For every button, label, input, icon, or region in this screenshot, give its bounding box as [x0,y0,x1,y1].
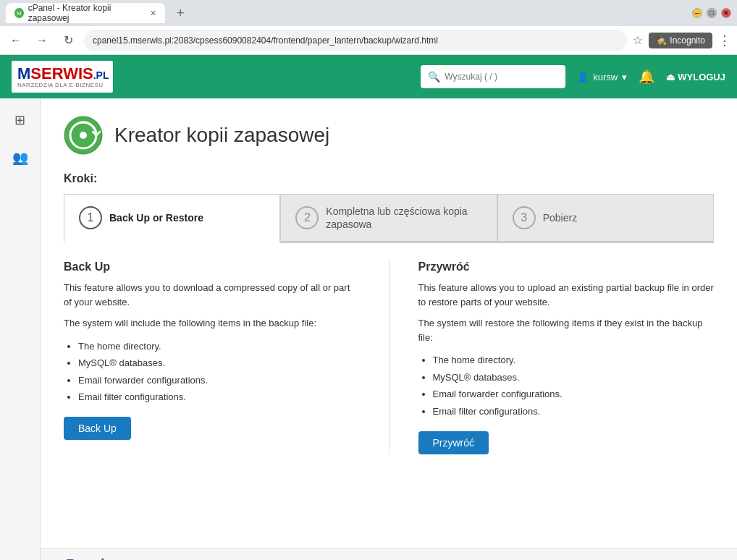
step-number-1: 1 [79,206,102,229]
forward-button[interactable]: → [32,30,52,51]
users-icon: 👥 [12,150,28,166]
restore-item-0: The home directory. [433,352,715,368]
backup-item-2: Email forwarder configurations. [78,372,360,389]
incognito-icon: 🕵 [656,35,667,46]
footer-logo: cPanel 96.0.11 [58,556,135,560]
minimize-button[interactable]: ─ [692,8,702,18]
logout-button[interactable]: ⏏ WYLOGUJ [666,72,725,82]
logout-label: WYLOGUJ [678,72,725,82]
cpanel-topbar: MSERWIS.PL NARZĘDZIA DLA E-BIZNESU 🔍 👤 k… [0,55,737,98]
logo-image: MSERWIS.PL NARZĘDZIA DLA E-BIZNESU [12,61,113,93]
svg-point-2 [80,132,87,139]
step-tab-3[interactable]: 3 Pobierz [497,194,714,241]
cpanel-wrapper: ⊞ 👥 Kreator kopii zapasowej [0,98,737,560]
column-divider [389,260,389,454]
topbar-search[interactable]: 🔍 [421,65,565,88]
logo-mserwis: MSERWIS.PL [17,66,109,82]
restore-column: Przywróć This feature allows you to uplo… [418,260,715,454]
grid-icon: ⊞ [14,112,25,128]
address-bar: ← → ↻ ☆ 🕵 Incognito ⋮ [0,26,737,55]
step-number-2: 2 [295,206,319,229]
logo-area: MSERWIS.PL NARZĘDZIA DLA E-BIZNESU [12,61,113,93]
backup-desc1: This feature allows you to download a co… [64,281,360,309]
user-label: kursw [593,72,618,82]
main-content: Kreator kopii zapasowej Kroki: 1 Back Up… [41,98,737,548]
sidebar-icon-grid[interactable]: ⊞ [7,107,33,133]
backup-item-1: MySQL® databases. [78,355,360,371]
user-dropdown-icon: ▾ [622,72,627,82]
refresh-button[interactable]: ↻ [58,30,78,51]
restore-items: The home directory. MySQL® databases. Em… [418,352,715,420]
sidebar-icon-users[interactable]: 👥 [7,145,33,171]
restore-item-2: Email forwarder configurations. [433,386,715,402]
window-controls: ─ □ ✕ [692,8,731,18]
title-bar: M cPanel - Kreator kopii zapasowej ✕ + ─… [0,0,737,26]
close-button[interactable]: ✕ [721,8,731,18]
restore-desc1: This feature allows you to upload an exi… [418,281,715,309]
backup-items: The home directory. MySQL® databases. Em… [64,338,360,406]
search-input[interactable] [445,72,553,82]
backup-desc2: The system will include the following it… [64,316,360,331]
user-icon: 👤 [577,72,589,82]
step-number-3: 3 [513,206,536,229]
page-icon [64,116,103,155]
browser-tab[interactable]: M cPanel - Kreator kopii zapasowej ✕ [6,3,165,23]
restore-button[interactable]: Przywróć [418,431,489,454]
tab-title: cPanel - Kreator kopii zapasowej [28,3,143,23]
backup-button[interactable]: Back Up [64,417,131,440]
step-label-2: Kompletna lub częściowa kopia zapasowa [326,205,481,231]
step-tab-1[interactable]: 1 Back Up or Restore [64,194,280,243]
tab-favicon: M [14,8,24,18]
url-input[interactable] [84,30,627,51]
page-title: Kreator kopii zapasowej [114,124,329,147]
step-label-3: Pobierz [543,211,577,224]
restore-title: Przywróć [418,260,715,273]
page-header: Kreator kopii zapasowej [64,116,714,155]
profile-area: 🕵 Incognito ⋮ [649,33,731,48]
logo-tagline: NARZĘDZIA DLA E-BIZNESU [17,82,104,88]
backup-column: Back Up This feature allows you to downl… [64,260,360,454]
step-tab-2[interactable]: 2 Kompletna lub częściowa kopia zapasowa [280,194,497,241]
incognito-label: Incognito [670,35,705,46]
browser-menu-button[interactable]: ⋮ [718,33,731,48]
restore-item-3: Email filter configurations. [433,403,715,420]
footer: cPanel 96.0.11 Macierzysty Znaki towarow… [41,548,737,560]
topbar-user[interactable]: 👤 kursw ▾ [577,72,627,82]
back-button[interactable]: ← [6,30,26,51]
incognito-button[interactable]: 🕵 Incognito [649,33,712,48]
step-label-1: Back Up or Restore [109,211,203,224]
content-columns: Back Up This feature allows you to downl… [64,260,714,454]
tab-close-button[interactable]: ✕ [150,9,156,18]
restore-item-1: MySQL® databases. [433,369,715,386]
maximize-button[interactable]: □ [707,8,717,18]
logout-icon: ⏏ [666,72,675,82]
sidebar: ⊞ 👥 [0,98,41,560]
bookmark-button[interactable]: ☆ [633,33,643,47]
notification-bell[interactable]: 🔔 [639,69,654,85]
backup-title: Back Up [64,260,360,273]
backup-item-0: The home directory. [78,338,360,355]
search-icon: 🔍 [428,71,440,82]
restore-desc2: The system will restore the following it… [418,316,715,344]
footer-brand: cPanel [58,556,104,560]
new-tab-button[interactable]: + [171,6,190,21]
steps-bar: 1 Back Up or Restore 2 Kompletna lub czę… [64,194,714,243]
steps-label: Kroki: [64,172,714,185]
backup-item-3: Email filter configurations. [78,389,360,405]
